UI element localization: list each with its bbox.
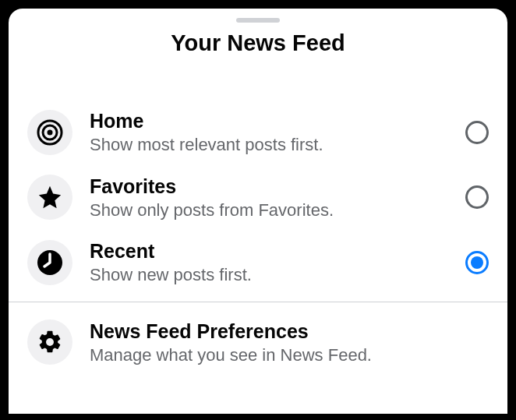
clock-icon: [27, 240, 72, 285]
option-favorites-title: Favorites: [90, 175, 465, 198]
preferences-title: News Feed Preferences: [90, 319, 489, 343]
target-icon: [27, 110, 72, 155]
preferences-text: News Feed Preferences Manage what you se…: [90, 319, 489, 366]
option-favorites-subtitle: Show only posts from Favorites.: [90, 199, 465, 221]
drag-handle[interactable]: [236, 18, 280, 23]
option-recent[interactable]: Recent Show new posts first.: [9, 230, 507, 295]
star-icon: [27, 175, 72, 220]
option-recent-title: Recent: [90, 239, 465, 263]
radio-home[interactable]: [465, 121, 489, 144]
feed-options-list: Home Show most relevant posts first. Fav…: [9, 100, 507, 375]
page-title: Your News Feed: [9, 30, 507, 56]
option-home[interactable]: Home Show most relevant posts first.: [9, 100, 507, 165]
news-feed-sheet: Your News Feed Home Show most relevant p…: [9, 9, 507, 414]
radio-favorites[interactable]: [465, 185, 489, 209]
preferences-row[interactable]: News Feed Preferences Manage what you se…: [9, 310, 507, 376]
svg-point-2: [48, 129, 53, 135]
option-recent-text: Recent Show new posts first.: [90, 239, 465, 286]
option-home-title: Home: [90, 109, 465, 132]
gear-icon: [27, 319, 72, 365]
option-home-text: Home Show most relevant posts first.: [90, 109, 465, 156]
option-home-subtitle: Show most relevant posts first.: [90, 134, 465, 156]
preferences-subtitle: Manage what you see in News Feed.: [90, 344, 489, 366]
divider: [9, 302, 507, 302]
radio-recent[interactable]: [465, 251, 489, 274]
option-recent-subtitle: Show new posts first.: [90, 264, 465, 286]
option-favorites-text: Favorites Show only posts from Favorites…: [90, 175, 465, 221]
option-favorites[interactable]: Favorites Show only posts from Favorites…: [9, 165, 507, 231]
